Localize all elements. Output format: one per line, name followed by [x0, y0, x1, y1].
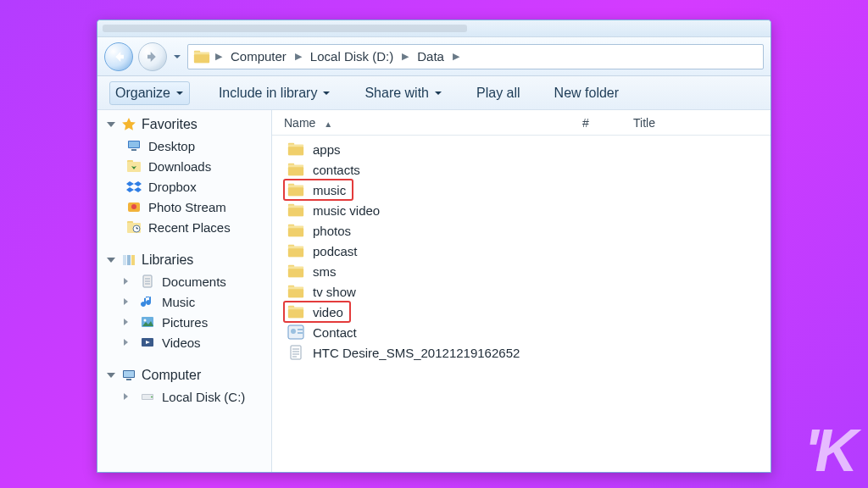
sidebar-item-downloads[interactable]: Downloads [106, 156, 268, 176]
contact-icon [287, 324, 304, 340]
svg-rect-56 [298, 332, 303, 334]
folder-row[interactable]: apps [284, 139, 760, 159]
sidebar-item-label: Recent Places [148, 220, 231, 235]
recent-icon [126, 219, 142, 235]
sidebar-item-photo-stream[interactable]: Photo Stream [106, 197, 268, 217]
svg-rect-5 [131, 149, 136, 151]
file-icon [287, 345, 304, 360]
forward-button[interactable] [138, 42, 167, 71]
computer-group: Computer Local Disk (C:) [106, 368, 268, 407]
new-folder-button[interactable]: New folder [549, 82, 624, 104]
breadcrumb-bar[interactable]: ▶ Computer ▶ Local Disk (D:) ▶ Data ▶ [187, 44, 764, 69]
svg-rect-13 [123, 255, 126, 265]
folder-icon [287, 284, 304, 299]
svg-rect-28 [288, 147, 303, 155]
include-in-library-menu[interactable]: Include in library [214, 82, 337, 104]
svg-rect-55 [298, 329, 303, 330]
column-name-label: Name [284, 116, 315, 130]
svg-rect-40 [288, 228, 303, 236]
organize-menu[interactable]: Organize [109, 81, 190, 105]
breadcrumb-separator-icon: ▶ [293, 51, 303, 62]
file-list-pane: Name ▲ # Title appscontactsmusicmusic vi… [272, 110, 771, 472]
sidebar-item-documents[interactable]: Documents [106, 271, 268, 291]
item-name: music video [313, 203, 380, 218]
svg-rect-34 [288, 187, 303, 196]
play-all-button[interactable]: Play all [471, 82, 526, 104]
column-name[interactable]: Name ▲ [284, 116, 582, 130]
documents-icon [140, 274, 155, 289]
drive-icon [140, 389, 155, 404]
folder-icon [287, 223, 304, 238]
svg-rect-21 [124, 371, 134, 377]
libraries-icon [121, 252, 136, 268]
svg-rect-22 [126, 379, 131, 380]
sidebar-item-local-disk-c-[interactable]: Local Disk (C:) [106, 386, 268, 407]
titlebar[interactable] [97, 20, 771, 37]
svg-rect-49 [288, 289, 303, 297]
sidebar-item-music[interactable]: Music [106, 291, 268, 312]
navigation-pane[interactable]: Favorites DesktopDownloadsDropboxPhoto S… [97, 110, 272, 472]
sidebar-item-dropbox[interactable]: Dropbox [106, 176, 268, 197]
item-name: photos [313, 224, 351, 238]
sidebar-item-label: Photo Stream [148, 200, 226, 214]
file-row[interactable]: HTC Desire_SMS_20121219162652 [284, 342, 760, 363]
share-with-menu[interactable]: Share with [359, 82, 448, 104]
dropbox-icon [126, 179, 142, 194]
file-list[interactable]: appscontactsmusicmusic videophotospodcas… [272, 136, 771, 373]
sidebar-item-recent-places[interactable]: Recent Places [106, 217, 268, 237]
svg-rect-15 [131, 255, 135, 265]
chevron-down-icon [175, 89, 184, 97]
folder-row[interactable]: music [284, 180, 353, 200]
folder-row[interactable]: music video [284, 200, 760, 220]
window-title-placeholder [103, 25, 467, 32]
collapse-chevron-icon [106, 119, 116, 130]
computer-label: Computer [142, 368, 201, 383]
folder-icon [193, 49, 210, 64]
sidebar-item-label: Documents [162, 274, 226, 289]
sidebar-item-label: Videos [162, 336, 201, 350]
folder-icon [287, 263, 304, 279]
star-icon [121, 117, 136, 132]
svg-rect-14 [127, 255, 131, 265]
svg-point-25 [151, 396, 153, 398]
history-dropdown-button[interactable] [172, 52, 182, 62]
favorites-header[interactable]: Favorites [106, 117, 268, 132]
breadcrumb-drive[interactable]: Local Disk (D:) [307, 47, 397, 65]
libraries-label: Libraries [142, 252, 193, 268]
address-bar: ▶ Computer ▶ Local Disk (D:) ▶ Data ▶ [97, 37, 771, 76]
folder-row[interactable]: contacts [284, 159, 760, 180]
downloads-icon [126, 158, 142, 174]
newfolder-label: New folder [554, 86, 619, 101]
sidebar-item-pictures[interactable]: Pictures [106, 312, 268, 332]
computer-icon [121, 368, 136, 383]
expand-chevron-icon [121, 392, 130, 401]
arrow-right-icon [145, 49, 160, 64]
folder-icon [287, 243, 304, 258]
libraries-header[interactable]: Libraries [106, 252, 268, 268]
expand-chevron-icon [121, 297, 130, 306]
column-number[interactable]: # [582, 116, 633, 130]
explorer-body: Favorites DesktopDownloadsDropboxPhoto S… [97, 110, 771, 472]
folder-row[interactable]: sms [284, 261, 760, 281]
folder-icon [287, 202, 304, 218]
column-headers[interactable]: Name ▲ # Title [272, 110, 771, 136]
item-name: Contact [313, 325, 357, 340]
sidebar-item-videos[interactable]: Videos [106, 332, 268, 352]
svg-point-18 [144, 319, 147, 322]
breadcrumb-computer[interactable]: Computer [227, 47, 290, 65]
folder-row[interactable]: podcast [284, 241, 760, 261]
column-title[interactable]: Title [633, 116, 760, 130]
breadcrumb-separator-icon: ▶ [214, 51, 224, 62]
back-button[interactable] [104, 42, 133, 71]
folder-row[interactable]: photos [284, 220, 760, 241]
folder-row[interactable]: tv show [284, 281, 760, 302]
computer-header[interactable]: Computer [106, 368, 268, 383]
folder-icon [287, 141, 304, 157]
libraries-group: Libraries DocumentsMusicPicturesVideos [106, 252, 268, 352]
svg-rect-37 [288, 208, 303, 216]
file-row[interactable]: Contact [284, 322, 760, 342]
svg-rect-52 [288, 309, 303, 318]
sidebar-item-desktop[interactable]: Desktop [106, 136, 268, 156]
breadcrumb-folder[interactable]: Data [414, 47, 448, 65]
folder-row[interactable]: video [284, 302, 350, 322]
